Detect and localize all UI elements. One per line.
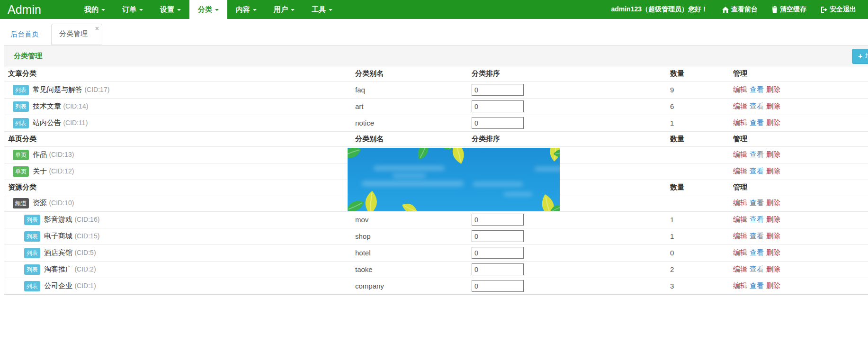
- add-category-button[interactable]: + 增加分类: [852, 49, 868, 64]
- view-link[interactable]: 查看: [750, 232, 764, 240]
- badge-list: 列表: [13, 118, 29, 128]
- count-cell: 3: [670, 278, 733, 294]
- nav-menu-item-6[interactable]: 用户: [265, 0, 303, 19]
- count-cell: 1: [670, 115, 733, 131]
- view-link[interactable]: 查看: [750, 248, 764, 256]
- sort-input[interactable]: [472, 100, 524, 112]
- edit-link[interactable]: 编辑: [733, 265, 747, 273]
- category-name: 常见问题与解答: [33, 85, 82, 93]
- nav-menu-item-4[interactable]: 分类: [189, 0, 227, 19]
- delete-link[interactable]: 删除: [766, 281, 780, 290]
- table-row: 列表站内公告 (CID:11)notice1编辑查看删除: [4, 115, 868, 131]
- badge-list: 列表: [13, 101, 29, 112]
- add-category-label: 增加分类: [865, 52, 868, 61]
- nav-menu-item-7[interactable]: 工具: [303, 0, 341, 19]
- panel-header: 分类管理 + 增加分类: [4, 45, 868, 66]
- category-cid: (CID:5): [74, 249, 96, 256]
- edit-link[interactable]: 编辑: [733, 215, 747, 223]
- alias-cell: faq: [355, 81, 472, 98]
- count-cell: [670, 195, 733, 211]
- category-cid: (CID:11): [63, 119, 88, 127]
- count-cell: 9: [670, 81, 733, 98]
- sort-input[interactable]: [472, 214, 524, 226]
- table-row: 列表影音游戏 (CID:16)mov1编辑查看删除: [4, 211, 868, 228]
- logout-link[interactable]: 安全退出: [821, 5, 856, 14]
- edit-link[interactable]: 编辑: [733, 199, 747, 207]
- view-link[interactable]: 查看: [750, 265, 764, 273]
- col-header-count: 数量: [670, 180, 733, 195]
- alias-cell: art: [355, 98, 472, 115]
- badge-page: 单页: [13, 166, 29, 177]
- badge-list: 列表: [24, 281, 40, 291]
- nav-menu-item-5[interactable]: 内容: [227, 0, 265, 19]
- category-name: 资源: [33, 199, 47, 207]
- delete-link[interactable]: 删除: [766, 232, 780, 240]
- table-row: 列表公司企业 (CID:1)company3编辑查看删除: [4, 278, 868, 294]
- sort-input[interactable]: [472, 230, 524, 242]
- tab-home[interactable]: 后台首页: [4, 25, 45, 45]
- delete-link[interactable]: 删除: [766, 102, 780, 110]
- leaf-graphic: [412, 148, 434, 162]
- nav-menu-label: 分类: [198, 5, 212, 14]
- close-icon[interactable]: ×: [95, 25, 99, 32]
- sort-input[interactable]: [472, 84, 524, 96]
- view-link[interactable]: 查看: [750, 167, 764, 175]
- nav-menu-item-3[interactable]: 设置: [152, 0, 189, 19]
- caret-down-icon: [291, 9, 295, 11]
- view-link[interactable]: 查看: [750, 215, 764, 223]
- edit-link[interactable]: 编辑: [733, 248, 747, 256]
- caret-down-icon: [177, 9, 181, 11]
- view-link[interactable]: 查看: [750, 85, 764, 93]
- edit-link[interactable]: 编辑: [733, 232, 747, 240]
- edit-link[interactable]: 编辑: [733, 167, 747, 175]
- trash-icon: [772, 6, 778, 13]
- clear-cache-link[interactable]: 清空缓存: [772, 5, 806, 14]
- nav-menu-item-2[interactable]: 订单: [114, 0, 152, 19]
- table-row: 列表电子商城 (CID:15)shop1编辑查看删除: [4, 228, 868, 244]
- view-link[interactable]: 查看: [750, 102, 764, 110]
- alias-cell: notice: [355, 115, 472, 131]
- edit-link[interactable]: 编辑: [733, 150, 747, 158]
- delete-link[interactable]: 删除: [766, 248, 780, 256]
- delete-link[interactable]: 删除: [766, 265, 780, 273]
- app-logo[interactable]: Admin: [0, 0, 76, 19]
- col-header-manage: 管理: [733, 131, 868, 146]
- blurred-text: [374, 166, 445, 171]
- sort-input[interactable]: [472, 247, 524, 259]
- section-header-row: 单页分类分类别名分类排序数量管理: [4, 131, 868, 146]
- view-link[interactable]: 查看: [750, 199, 764, 207]
- view-link[interactable]: 查看: [750, 150, 764, 158]
- sort-input[interactable]: [472, 280, 524, 292]
- view-link[interactable]: 查看: [750, 118, 764, 127]
- badge-list: 列表: [24, 264, 40, 275]
- view-site-link[interactable]: 查看前台: [722, 5, 758, 14]
- category-name: 电子商城: [44, 232, 72, 240]
- category-name: 关于: [33, 167, 47, 175]
- nav-menu-item-1[interactable]: 我的: [76, 0, 114, 19]
- edit-link[interactable]: 编辑: [733, 85, 747, 93]
- delete-link[interactable]: 删除: [766, 85, 780, 93]
- delete-link[interactable]: 删除: [766, 199, 780, 207]
- delete-link[interactable]: 删除: [766, 215, 780, 223]
- main-menu: 我的订单设置分类内容用户工具: [76, 0, 341, 19]
- delete-link[interactable]: 删除: [766, 167, 780, 175]
- edit-link[interactable]: 编辑: [733, 281, 747, 290]
- sort-input[interactable]: [472, 263, 524, 275]
- section-title: 资源分类: [4, 180, 355, 195]
- badge-channel: 频道: [13, 198, 29, 208]
- tab-category-manage[interactable]: 分类管理×: [51, 24, 102, 45]
- section-title: 单页分类: [4, 131, 355, 146]
- delete-link[interactable]: 删除: [766, 118, 780, 127]
- category-cid: (CID:13): [49, 151, 74, 158]
- category-cid: (CID:15): [74, 232, 99, 240]
- edit-link[interactable]: 编辑: [733, 102, 747, 110]
- caret-down-icon: [101, 9, 105, 11]
- panel-title: 分类管理: [4, 45, 868, 66]
- category-cid: (CID:12): [49, 167, 74, 175]
- delete-link[interactable]: 删除: [766, 150, 780, 158]
- view-link[interactable]: 查看: [750, 281, 764, 290]
- blurred-text: [504, 192, 532, 196]
- edit-link[interactable]: 编辑: [733, 118, 747, 127]
- col-header-manage: 管理: [733, 66, 868, 81]
- sort-input[interactable]: [472, 117, 524, 129]
